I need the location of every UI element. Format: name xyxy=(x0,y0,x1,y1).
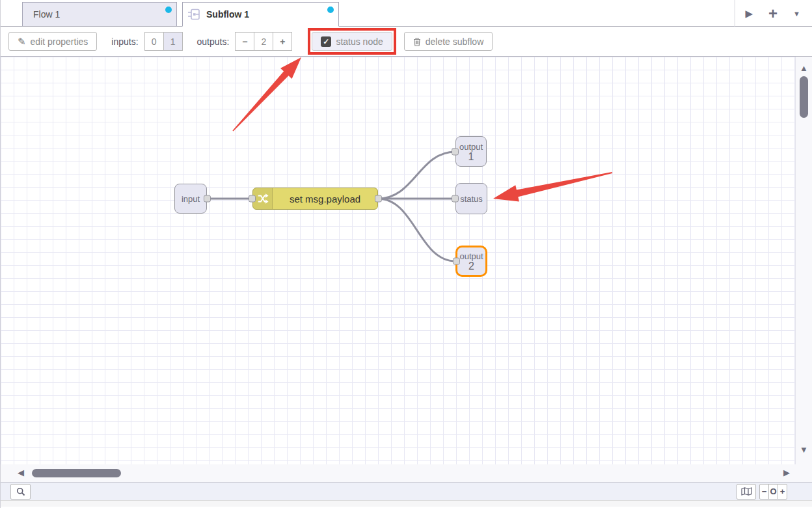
scroll-left-icon[interactable]: ◀ xyxy=(18,468,24,477)
inputs-label: inputs: xyxy=(111,36,138,47)
tab-flow-1[interactable]: Flow 1 xyxy=(22,2,177,26)
annotation-arrow-to-status-node xyxy=(493,172,612,202)
input-port[interactable] xyxy=(452,195,459,203)
search-icon xyxy=(16,487,25,496)
trash-icon xyxy=(413,37,421,46)
output-port[interactable] xyxy=(204,195,211,203)
node-label: output xyxy=(459,251,483,261)
workspace-footer: − O + xyxy=(1,482,812,500)
tabbar-controls: ▶ + ▼ xyxy=(735,0,812,27)
subflow-toolbar: ✎ edit properties inputs: 0 1 outputs: −… xyxy=(1,27,812,57)
status-node-toggle[interactable]: ✓ status node xyxy=(312,32,392,51)
map-icon xyxy=(741,487,752,496)
scroll-up-icon[interactable]: ▲ xyxy=(796,63,812,73)
input-port[interactable] xyxy=(249,195,256,203)
footer-right-controls: − O + xyxy=(737,484,787,500)
status-node-label: status node xyxy=(336,36,383,47)
wires-and-annotations xyxy=(1,57,796,464)
pencil-icon: ✎ xyxy=(18,36,26,48)
tab-label: Subflow 1 xyxy=(206,9,249,20)
edit-properties-button[interactable]: ✎ edit properties xyxy=(8,32,97,51)
increase-outputs-button[interactable]: + xyxy=(273,32,292,51)
node-output-2[interactable]: output 2 xyxy=(455,246,487,277)
zoom-in-button[interactable]: + xyxy=(778,484,787,500)
outputs-value: 2 xyxy=(254,32,273,51)
delete-subflow-label: delete subflow xyxy=(426,36,484,47)
subflow-icon xyxy=(188,8,201,21)
wire-change-to-output2[interactable] xyxy=(378,199,455,261)
node-number: 1 xyxy=(468,152,474,162)
horizontal-scroll-thumb[interactable] xyxy=(32,469,121,477)
inputs-option-1[interactable]: 1 xyxy=(163,32,183,51)
unsaved-changes-dot xyxy=(327,7,334,13)
workspace-area: input set msg.payload output xyxy=(1,57,812,464)
zoom-controls: − O + xyxy=(759,484,787,500)
input-port[interactable] xyxy=(453,258,460,265)
vertical-scroll-thumb[interactable] xyxy=(800,76,808,118)
output-port[interactable] xyxy=(375,195,382,203)
scroll-right-icon[interactable]: ▶ xyxy=(783,468,790,477)
node-label: set msg.payload xyxy=(273,188,377,209)
zoom-out-button[interactable]: − xyxy=(759,484,769,500)
tab-label: Flow 1 xyxy=(33,9,60,20)
edit-properties-label: edit properties xyxy=(31,36,88,47)
outputs-stepper: − 2 + xyxy=(235,32,292,51)
node-status[interactable]: status xyxy=(455,183,487,214)
navigator-toggle-button[interactable] xyxy=(737,484,756,500)
node-label: input xyxy=(182,194,200,204)
delete-subflow-button[interactable]: delete subflow xyxy=(404,32,493,51)
node-red-window: Flow 1 Subflow 1 ▶ + ▼ ✎ edit properties… xyxy=(0,0,812,508)
decrease-outputs-button[interactable]: − xyxy=(235,32,254,51)
annotation-arrow-to-status-toggle xyxy=(232,57,301,132)
node-output-1[interactable]: output 1 xyxy=(455,136,487,167)
tab-subflow-1[interactable]: Subflow 1 xyxy=(182,2,339,27)
node-label: status xyxy=(460,194,483,204)
inputs-option-0[interactable]: 0 xyxy=(144,32,164,51)
node-input[interactable]: input xyxy=(174,184,207,214)
flow-tab-bar: Flow 1 Subflow 1 ▶ + ▼ xyxy=(1,0,812,27)
wire-change-to-output1[interactable] xyxy=(378,152,455,199)
scroll-tabs-right-icon[interactable]: ▶ xyxy=(746,8,753,20)
flow-list-dropdown-icon[interactable]: ▼ xyxy=(793,10,800,18)
annotation-highlight-box: ✓ status node xyxy=(308,28,396,55)
unsaved-changes-dot xyxy=(165,7,172,13)
bottom-strip xyxy=(1,500,812,507)
vertical-scrollbar[interactable]: ▲ ▼ xyxy=(795,57,812,464)
add-flow-button[interactable]: + xyxy=(768,6,778,21)
scroll-down-icon[interactable]: ▼ xyxy=(796,445,812,455)
checkbox-checked-icon[interactable]: ✓ xyxy=(321,36,331,47)
node-set-msg-payload[interactable]: set msg.payload xyxy=(252,188,378,210)
node-number: 2 xyxy=(468,261,474,271)
search-flows-button[interactable] xyxy=(10,484,31,500)
zoom-reset-button[interactable]: O xyxy=(768,484,778,500)
flow-canvas[interactable]: input set msg.payload output xyxy=(1,57,796,464)
horizontal-scrollbar[interactable]: ◀ ▶ xyxy=(1,464,812,482)
input-port[interactable] xyxy=(452,148,459,155)
outputs-label: outputs: xyxy=(197,36,230,47)
inputs-segmented-control: 0 1 xyxy=(144,32,183,51)
node-label: output xyxy=(459,142,483,152)
change-icon-box xyxy=(253,188,273,209)
shuffle-icon xyxy=(257,193,269,205)
